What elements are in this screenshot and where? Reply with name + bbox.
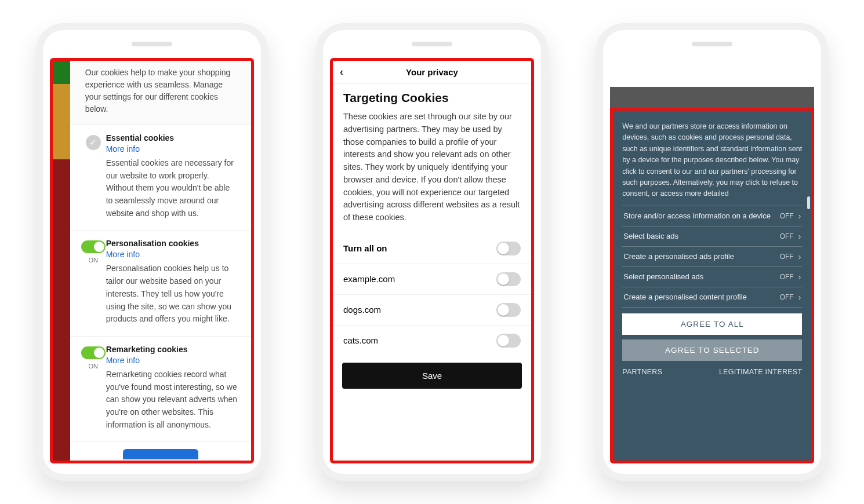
toggle-state: ON	[81, 257, 106, 264]
phone-mockup-3: We and our partners store or access info…	[596, 23, 828, 481]
phone-mockup-1: Our cookies help to make your shopping e…	[36, 23, 268, 481]
toggle-row: example.com	[333, 264, 531, 294]
screen-2: ‹ Your privacy Targeting Cookies These c…	[330, 58, 534, 463]
page-desc: These cookies are set through our site b…	[343, 111, 521, 224]
section-desc: Remarketing cookies record what you've f…	[106, 368, 238, 431]
purpose-label: Store and/or access information on a dev…	[623, 211, 779, 220]
toggle-state: ON	[81, 363, 106, 370]
purpose-label: Select personalised ads	[623, 272, 779, 281]
toggle-switch[interactable]	[496, 242, 521, 255]
purpose-state: OFF	[780, 293, 794, 301]
screen-1: Our cookies help to make your shopping e…	[50, 58, 254, 463]
save-button[interactable]	[123, 449, 198, 459]
agree-selected-button[interactable]: AGREE TO SELECTED	[622, 339, 802, 361]
check-icon: ✓	[86, 135, 101, 150]
consent-intro: We and our partners store or access info…	[622, 121, 802, 200]
toggle-switch[interactable]	[81, 346, 106, 359]
more-info-link[interactable]: More info	[106, 356, 140, 365]
row-label: example.com	[343, 274, 395, 284]
consent-footer: PARTNERS LEGITIMATE INTEREST	[622, 368, 802, 376]
section-title: Essential cookies	[106, 133, 238, 143]
row-label: dogs.com	[343, 305, 381, 315]
cookie-settings-panel: Our cookies help to make your shopping e…	[70, 61, 251, 461]
back-icon[interactable]: ‹	[340, 66, 343, 78]
cookie-section-personalisation: ON Personalisation cookies More info Per…	[70, 231, 251, 336]
purpose-label: Select basic ads	[623, 232, 779, 240]
toggle-switch[interactable]	[496, 272, 521, 286]
header-title: Your privacy	[406, 67, 458, 77]
purpose-row[interactable]: Select personalised ads OFF ›	[622, 267, 802, 287]
toggle-list: Turn all on example.com dogs.com cats.co…	[333, 233, 531, 356]
section-control: ✓	[81, 133, 106, 220]
section-desc: Essential cookies are necessary for our …	[106, 157, 238, 220]
section-control: ON	[81, 345, 106, 431]
purpose-state: OFF	[780, 232, 794, 240]
purpose-row[interactable]: Create a personalised content profile OF…	[622, 287, 802, 308]
purpose-state: OFF	[780, 253, 794, 261]
purpose-label: Create a personalised ads profile	[623, 252, 779, 261]
row-label: cats.com	[343, 335, 378, 345]
purpose-row[interactable]: Select basic ads OFF ›	[622, 227, 802, 247]
more-info-link[interactable]: More info	[106, 250, 140, 259]
section-title: Remarketing cookies	[106, 345, 238, 354]
cookie-section-remarketing: ON Remarketing cookies More info Remarke…	[70, 337, 251, 442]
scrollbar-thumb[interactable]	[807, 196, 810, 209]
save-button[interactable]: Save	[342, 363, 522, 389]
chevron-right-icon: ›	[798, 232, 801, 241]
page-banner	[610, 87, 814, 108]
save-button-area	[70, 442, 251, 459]
header-bar: ‹ Your privacy	[333, 61, 531, 84]
partners-link[interactable]: PARTNERS	[622, 368, 662, 376]
toggle-switch[interactable]	[496, 334, 521, 348]
chevron-right-icon: ›	[798, 293, 801, 302]
purpose-list: Store and/or access information on a dev…	[622, 206, 802, 308]
purpose-label: Create a personalised content profile	[623, 293, 779, 301]
section-control: ON	[81, 239, 106, 325]
legitimate-interest-link[interactable]: LEGITIMATE INTEREST	[719, 368, 802, 376]
toggle-row: dogs.com	[333, 294, 531, 325]
section-desc: Personalisation cookies help us to tailo…	[106, 262, 238, 325]
toggle-row: cats.com	[333, 325, 531, 356]
consent-panel: We and our partners store or access info…	[610, 108, 814, 463]
purpose-state: OFF	[780, 212, 794, 220]
page-title: Targeting Cookies	[343, 91, 521, 105]
cookie-section-essential: ✓ Essential cookies More info Essential …	[70, 125, 251, 231]
more-info-link[interactable]: More info	[106, 144, 140, 154]
section-title: Personalisation cookies	[106, 239, 238, 248]
intro-text: Our cookies help to make your shopping e…	[70, 61, 251, 125]
phone-mockup-2: ‹ Your privacy Targeting Cookies These c…	[316, 23, 548, 481]
purpose-row[interactable]: Store and/or access information on a dev…	[622, 206, 802, 227]
screen-3: We and our partners store or access info…	[610, 58, 814, 463]
toggle-row-all: Turn all on	[333, 233, 531, 264]
row-label: Turn all on	[343, 243, 387, 253]
page-top-white	[610, 58, 814, 87]
consent-buttons: AGREE TO ALL AGREE TO SELECTED	[622, 313, 802, 366]
toggle-switch[interactable]	[81, 240, 106, 253]
chevron-right-icon: ›	[798, 211, 801, 221]
toggle-switch[interactable]	[496, 303, 521, 317]
purpose-row[interactable]: Create a personalised ads profile OFF ›	[622, 247, 802, 267]
chevron-right-icon: ›	[798, 252, 801, 261]
agree-all-button[interactable]: AGREE TO ALL	[622, 313, 802, 335]
chevron-right-icon: ›	[798, 272, 801, 282]
purpose-state: OFF	[780, 273, 794, 281]
